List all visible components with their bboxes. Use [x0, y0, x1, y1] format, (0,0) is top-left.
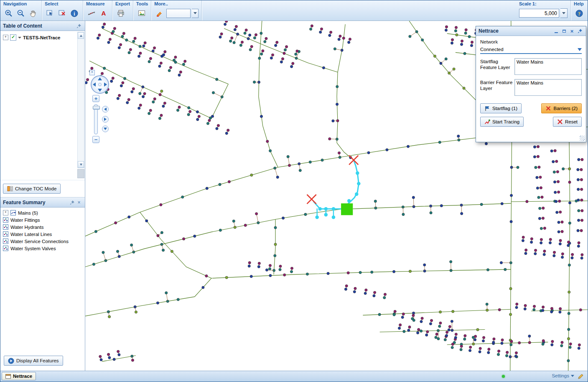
zoom-slider-thumb[interactable] — [93, 106, 100, 110]
reset-button[interactable]: Reset — [553, 117, 582, 127]
zoom-out-icon — [17, 9, 25, 18]
window-icon — [5, 374, 11, 379]
scroll-up-button[interactable] — [78, 32, 84, 39]
scroll-down-button[interactable] — [78, 161, 84, 168]
toolbar: Navigation Select — [0, 0, 588, 21]
feature-summary-close-button[interactable]: × — [76, 199, 82, 206]
barriers-button-label: Barriers (2) — [553, 106, 578, 111]
clear-selection-button[interactable] — [57, 8, 68, 19]
toc-mode-icon — [7, 186, 13, 192]
dialog-resize-grip[interactable] — [580, 136, 585, 141]
zoom-out-slider-button[interactable]: − — [92, 136, 99, 143]
toc-root-item[interactable]: + ✓ TESTS-NetTrace — [0, 31, 85, 44]
pan-south-icon[interactable] — [98, 89, 102, 92]
list-item-water-lateral-lines[interactable]: Water Lateral Lines — [0, 231, 85, 238]
display-all-features-button[interactable]: Display All Features — [4, 356, 63, 366]
pan-hand-icon — [29, 9, 37, 18]
barriers-icon — [545, 105, 551, 111]
close-icon: × — [570, 28, 574, 34]
barrier-layer-label: Barrier Feature Layer — [480, 79, 514, 96]
pan-west-icon[interactable] — [93, 82, 96, 87]
zoom-in-slider-button[interactable]: + — [92, 95, 99, 102]
group-label-tools: Tools — [136, 1, 148, 6]
pan-button[interactable] — [28, 8, 38, 19]
pan-center-icon[interactable] — [98, 83, 102, 86]
expander-icon[interactable]: + — [3, 35, 8, 40]
arrow-left-icon — [104, 108, 107, 111]
pan-compass[interactable] — [91, 75, 109, 94]
startflag-layer-value[interactable]: Water Mains — [514, 58, 582, 75]
help-icon: ? — [575, 9, 583, 18]
network-select[interactable]: Connected — [480, 46, 582, 54]
pin-icon — [578, 28, 583, 33]
start-tracing-icon — [484, 119, 490, 125]
annotate-text-button[interactable]: A — [98, 8, 109, 19]
list-item-water-fittings[interactable]: Water Fittings — [0, 216, 85, 223]
start-tracing-button[interactable]: Start Tracing — [480, 117, 524, 127]
reset-icon — [557, 119, 563, 125]
measure-distance-icon — [87, 9, 96, 18]
more-tools-combobox[interactable] — [166, 9, 191, 18]
list-item-water-service-connections[interactable]: Water Service Connections — [0, 238, 85, 245]
pan-east-icon[interactable] — [104, 82, 107, 87]
zoom-out-button[interactable] — [15, 8, 26, 19]
toc-pin-button[interactable] — [76, 23, 82, 29]
mains-layer-icon — [10, 210, 16, 215]
dialog-pin-button[interactable] — [576, 28, 583, 34]
scale-input[interactable] — [519, 9, 559, 18]
previous-extent-button[interactable] — [102, 106, 109, 113]
network-label: Network — [480, 39, 582, 44]
toc-panel-header: Table of Content — [0, 21, 85, 31]
expander-icon[interactable]: + — [3, 210, 8, 215]
zoom-extent-button[interactable] — [102, 126, 109, 132]
list-item-label: Water Hydrants — [10, 225, 43, 230]
list-item-label: Water Fittings — [10, 218, 40, 223]
redline-button[interactable] — [154, 8, 165, 19]
pin-icon — [76, 23, 81, 28]
feature-summary-pin-button[interactable] — [69, 199, 76, 206]
help-button[interactable]: ? — [574, 8, 585, 19]
startflag-button[interactable]: Startflag (1) — [480, 103, 522, 113]
more-tools-dropdown-button[interactable] — [192, 9, 199, 18]
group-label-measure: Measure — [86, 1, 109, 6]
pan-north-icon[interactable] — [98, 77, 102, 80]
chevron-down-icon — [562, 12, 565, 14]
list-item-label: Water Service Connections — [10, 239, 69, 244]
feature-summary-panel: Feature Summary × + Mains (5) Water Fitt… — [0, 197, 85, 371]
map-navigation-widget: × + − — [89, 70, 109, 151]
layer-icon — [3, 246, 8, 251]
group-label-navigation: Navigation — [3, 1, 38, 6]
image-capture-icon — [137, 9, 146, 18]
settings-menu[interactable]: Settings — [552, 373, 574, 378]
chevron-down-icon[interactable] — [18, 37, 21, 38]
barriers-button[interactable]: Barriers (2) — [541, 103, 582, 113]
zoom-in-button[interactable] — [3, 8, 14, 19]
network-selected-value: Connected — [480, 47, 578, 52]
nav-widget-close-button[interactable]: × — [89, 70, 95, 75]
toc-scrollbar[interactable] — [77, 32, 84, 168]
nettrace-dialog-titlebar[interactable]: Nettrace × — [476, 26, 586, 36]
nettrace-task-button[interactable]: Nettrace — [2, 372, 36, 380]
barrier-layer-value[interactable]: Water Mains — [514, 79, 582, 96]
startflag-layer-label: Startflag Feature Layer — [480, 58, 514, 75]
scale-dropdown-button[interactable] — [560, 8, 568, 18]
select-features-button[interactable] — [45, 8, 56, 19]
measure-distance-button[interactable] — [86, 8, 97, 19]
print-button[interactable] — [115, 8, 126, 19]
layer-checkbox[interactable]: ✓ — [10, 34, 16, 41]
map-viewport[interactable]: × + − Nettrace — [85, 21, 588, 371]
snapshot-button[interactable] — [136, 8, 147, 19]
edit-redline-button[interactable] — [577, 372, 584, 380]
list-item-water-hydrants[interactable]: Water Hydrants — [0, 223, 85, 231]
next-extent-button[interactable] — [102, 116, 109, 123]
feature-info-button[interactable]: i — [69, 8, 80, 19]
group-label-select: Select — [45, 1, 80, 6]
list-item-mains[interactable]: + Mains (5) — [0, 209, 85, 216]
zoom-in-icon — [5, 9, 13, 18]
minimize-button[interactable] — [552, 28, 560, 34]
close-button[interactable]: × — [568, 28, 575, 34]
restore-button[interactable] — [560, 28, 568, 34]
toolbar-group-export: Export — [112, 0, 133, 21]
list-item-water-system-valves[interactable]: Water System Valves — [0, 245, 85, 252]
change-toc-mode-button[interactable]: Change TOC Mode — [3, 184, 61, 194]
